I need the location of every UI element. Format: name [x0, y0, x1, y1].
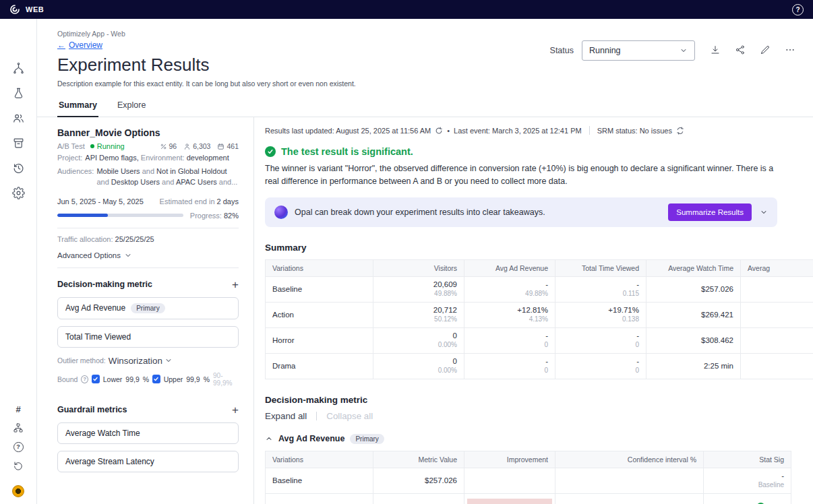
percent-icon: [160, 143, 167, 150]
user-avatar[interactable]: [12, 485, 24, 497]
lower-bound-checkbox[interactable]: [92, 375, 100, 383]
results-meta-row: Results last updated: August 25, 2025 at…: [265, 126, 813, 135]
experiment-status: Running: [97, 142, 125, 150]
project-line: Project: API Demo flags, Environment: de…: [57, 153, 239, 164]
back-link[interactable]: ← Overview: [57, 40, 102, 50]
cell-variation: Baseline: [266, 468, 373, 493]
ab-test-icon[interactable]: [10, 61, 26, 75]
opal-icon: [274, 206, 288, 219]
metric-card-avg-ad-revenue[interactable]: Avg Ad Revenue Primary: [57, 297, 239, 319]
vertical-divider: [316, 412, 317, 420]
collapse-all-button[interactable]: Collapse all: [326, 411, 373, 421]
optimizely-logo-icon[interactable]: [9, 4, 20, 15]
cell-avg-ad-revenue: +12.81%4.13%: [464, 302, 555, 327]
upper-bound-checkbox[interactable]: [152, 375, 160, 383]
edit-icon[interactable]: [760, 44, 771, 57]
summary-row-drama[interactable]: Drama 00.00% -0 -0 2:25 min: [266, 353, 813, 379]
last-event: Last event: March 3, 2025 at 12:41 PM: [454, 127, 582, 135]
settings-icon[interactable]: [10, 185, 26, 200]
flask-icon[interactable]: [10, 86, 26, 100]
primary-badge: Primary: [350, 434, 384, 444]
cell-confidence: [555, 468, 704, 493]
significance-body: The winner is variant "Horror", the obse…: [265, 162, 777, 188]
add-decision-metric-button[interactable]: +: [232, 279, 239, 290]
last-updated: Results last updated: August 25, 2025 at…: [265, 127, 431, 135]
audiences-icon[interactable]: [10, 111, 26, 125]
advanced-options-toggle[interactable]: Advanced Options: [57, 251, 132, 259]
cell-avg-ad-revenue: -0: [464, 353, 555, 379]
tab-summary[interactable]: Summary: [57, 96, 98, 117]
cell-variation: [266, 493, 373, 504]
cell-improvement: [464, 493, 555, 504]
archive-icon[interactable]: [10, 135, 26, 150]
primary-badge: Primary: [131, 303, 164, 313]
more-icon[interactable]: [785, 44, 795, 57]
status-select[interactable]: Running: [582, 40, 695, 61]
cell-watch-time: $257.026: [646, 276, 741, 302]
cell-watch-time: $269.421: [646, 302, 741, 327]
bound-hint: 90-99,9%: [213, 372, 239, 387]
cell-visitors: 20,60949.88%: [373, 276, 464, 302]
cell-confidence: [555, 493, 704, 504]
cell-clipped: [741, 302, 813, 327]
summary-row-action[interactable]: Action 20,71250.12% +12.81%4.13% +19.71%…: [266, 302, 813, 327]
tab-explore[interactable]: Explore: [116, 96, 147, 117]
cell-metric-value: [373, 493, 464, 504]
significance-block: The test result is significant. The winn…: [265, 146, 813, 188]
decision-metric-heading: Decision-making metric: [57, 280, 152, 289]
cell-stat-sig: 98%: [704, 493, 791, 504]
metric-group-name: Avg Ad Revenue: [278, 434, 344, 443]
divider: [57, 267, 239, 268]
cell-visitors: 00.00%: [373, 353, 464, 379]
metric-card-total-time-viewed[interactable]: Total Time Viewed: [57, 326, 239, 348]
page-header: Optimizely App - Web ← Overview Experime…: [37, 19, 813, 88]
divider: [57, 228, 239, 228]
summary-row-baseline[interactable]: Baseline 20,60949.88% -49.88% -0.115 $25…: [266, 276, 813, 302]
cell-total-time: -0: [555, 353, 646, 379]
upper-bound-value[interactable]: 99,9: [186, 375, 200, 383]
undo-icon[interactable]: [10, 458, 26, 473]
chevron-down-icon: [124, 251, 132, 259]
cell-variation: Action: [266, 302, 373, 327]
opal-expand-chevron[interactable]: [760, 208, 768, 216]
cell-avg-ad-revenue: -0: [464, 327, 555, 353]
outlier-method-select[interactable]: Winsorization: [109, 356, 173, 366]
traffic-allocation: Traffic allocation: 25/25/25/25: [57, 235, 239, 243]
col-confidence-interval: Confidence interval %: [555, 451, 704, 468]
bound-info-icon[interactable]: ?: [81, 375, 88, 383]
col-improvement: Improvement: [464, 451, 555, 468]
expand-all-button[interactable]: Expand all: [265, 411, 307, 421]
percent-stat: 96: [160, 142, 177, 150]
metric-card-average-stream-latency[interactable]: Average Stream Latency: [57, 451, 239, 472]
cell-total-time: -0: [555, 327, 646, 353]
help-circle-icon[interactable]: ?: [10, 439, 26, 454]
success-check-icon: [265, 146, 276, 157]
lower-bound-value[interactable]: 99,9: [125, 375, 139, 383]
metric-card-average-watch-time[interactable]: Average Watch Time: [57, 422, 239, 444]
sitemap-icon[interactable]: [10, 420, 26, 435]
history-icon[interactable]: [10, 160, 26, 175]
summary-row-horror[interactable]: Horror 00.00% -0 -0 $308.462: [266, 327, 813, 353]
metric-group-collapse-chevron[interactable]: [265, 435, 273, 443]
progress-text: Progress: 82%: [190, 212, 239, 220]
decision-metric-table: Variations Metric Value Improvement Conf…: [265, 451, 791, 504]
cell-variation: Baseline: [266, 276, 373, 302]
add-guardrail-metric-button[interactable]: +: [232, 404, 239, 416]
download-icon[interactable]: [710, 44, 721, 57]
left-rail: # ?: [0, 19, 37, 504]
experiment-name: Banner_Movie Options: [57, 127, 239, 138]
srm-refresh-icon[interactable]: [676, 127, 684, 135]
summarize-results-button[interactable]: Summarize Results: [668, 203, 752, 221]
improvement-bar: [467, 499, 552, 504]
cell-stat-sig: -Baseline: [704, 468, 791, 493]
metric-row-partial[interactable]: 98%: [266, 493, 791, 504]
share-icon[interactable]: [735, 44, 746, 57]
estimated-end: Estimated end in 2 days: [160, 197, 239, 206]
hash-icon[interactable]: #: [10, 402, 26, 416]
refresh-icon[interactable]: [435, 127, 443, 135]
cell-metric-value: $257.026: [373, 468, 464, 493]
help-icon[interactable]: ?: [792, 4, 804, 15]
col-visitors: Visitors: [373, 259, 464, 276]
metric-row-baseline[interactable]: Baseline $257.026 -Baseline: [266, 468, 791, 493]
cell-total-time: +19.71%0.138: [555, 302, 646, 327]
